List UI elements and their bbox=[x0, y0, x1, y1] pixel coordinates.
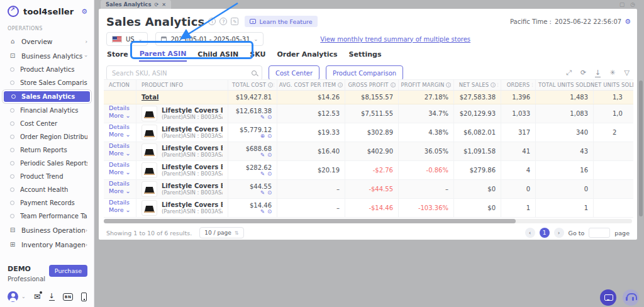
product-comparison-button[interactable]: Product Comparison bbox=[326, 65, 403, 81]
avatar[interactable] bbox=[8, 291, 18, 302]
column-header-product[interactable]: PRODUCT INFO bbox=[136, 80, 228, 90]
close-tab-icon[interactable]: ✕ bbox=[162, 2, 166, 8]
column-header-total_units[interactable]: TOTAL UNITS SOLD⋮ bbox=[536, 80, 594, 90]
column-header-net_sales[interactable]: NET SALESi⋮ bbox=[454, 80, 501, 90]
mobile-icon[interactable] bbox=[81, 293, 87, 301]
sidebar-item-periodic-sales-reports[interactable]: Periodic Sales Reports bbox=[0, 157, 94, 170]
eye-icon[interactable]: ⊙ bbox=[267, 152, 272, 158]
vertical-scrollbar-thumb[interactable] bbox=[639, 81, 643, 216]
details-link[interactable]: Details bbox=[109, 104, 130, 111]
sidebar-item-account-health[interactable]: Account Health bbox=[0, 183, 94, 196]
search-icon[interactable] bbox=[252, 70, 257, 75]
sidebar-item-order-region-distribution[interactable]: Order Region Distribution bbox=[0, 130, 94, 143]
tab-parent-asin[interactable]: Parent ASIN bbox=[139, 47, 187, 62]
more-link[interactable]: More ⌄ bbox=[109, 187, 131, 194]
more-link[interactable]: More ⌄ bbox=[109, 131, 131, 138]
column-header-total_cost[interactable]: TOTAL COSTi⋮ bbox=[228, 80, 277, 90]
page-number-button[interactable]: 1 bbox=[540, 228, 550, 238]
search-input[interactable] bbox=[112, 70, 252, 77]
next-page-button[interactable]: › bbox=[554, 228, 564, 238]
mail-icon[interactable]: ✉ bbox=[34, 293, 41, 301]
per-page-select[interactable]: 10 / page ⇅ bbox=[199, 227, 243, 238]
tab-settings[interactable]: Settings bbox=[348, 48, 382, 61]
more-link[interactable]: More ⌄ bbox=[109, 169, 131, 176]
eye-icon[interactable]: ⊙ bbox=[267, 114, 272, 120]
sidebar-item-product-trend[interactable]: Product Trend bbox=[0, 170, 94, 183]
edit-icon[interactable]: ✎ bbox=[260, 114, 265, 120]
eye-icon[interactable]: ⊙ bbox=[267, 209, 272, 215]
more-link[interactable]: More ⌄ bbox=[109, 150, 131, 157]
column-menu-icon[interactable]: ⋮ bbox=[340, 82, 344, 87]
prev-page-button[interactable]: ‹ bbox=[525, 228, 535, 238]
more-link[interactable]: More ⌄ bbox=[109, 206, 131, 213]
guide-icon[interactable]: ✎ bbox=[231, 18, 238, 25]
eye-icon[interactable]: ⊙ bbox=[267, 171, 272, 177]
column-header-profit_margin[interactable]: PROFIT MARGINi⋮ bbox=[399, 80, 454, 90]
sidebar-item-sales-analytics[interactable]: Sales Analytics bbox=[3, 90, 91, 103]
column-menu-icon[interactable]: ⋮ bbox=[448, 82, 453, 87]
column-menu-icon[interactable]: ⋮ bbox=[496, 82, 500, 87]
app-tab-sales-analytics[interactable]: Sales Analytics ⟳ ✕ bbox=[101, 0, 171, 9]
details-link[interactable]: Details bbox=[109, 142, 130, 149]
learn-feature-button[interactable]: ▸ Learn the Feature bbox=[245, 16, 317, 27]
monthly-trend-link[interactable]: View monthly trend summary of multiple s… bbox=[320, 36, 470, 43]
sidebar-item-payment-records[interactable]: Payment Records bbox=[0, 196, 94, 209]
chatbot-button[interactable] bbox=[600, 289, 616, 306]
tab-sku[interactable]: SKU bbox=[249, 48, 266, 61]
expand-icon[interactable]: ⤢ bbox=[566, 69, 572, 77]
column-menu-icon[interactable]: ⋮ bbox=[393, 82, 397, 87]
column-header-avg_cost[interactable]: AVG. COST PER ITEMi⋮ bbox=[277, 80, 345, 90]
horizontal-scrollbar-thumb[interactable] bbox=[104, 219, 516, 223]
store-select[interactable]: US ⌄ bbox=[106, 32, 148, 46]
column-settings-icon[interactable]: ✳ bbox=[609, 69, 615, 77]
details-link[interactable]: Details bbox=[109, 123, 130, 130]
tab-store[interactable]: Store bbox=[106, 48, 129, 61]
cost-center-button[interactable]: Cost Center bbox=[269, 65, 319, 81]
details-link[interactable]: Details bbox=[109, 161, 130, 168]
date-range-picker[interactable]: 2025-05-01 - 2025-05-31 ⌄ bbox=[155, 32, 264, 46]
sidebar-item-team-performance-targets[interactable]: Team Performance Targets bbox=[0, 209, 94, 223]
archive-icon[interactable]: ▢ bbox=[619, 1, 625, 8]
goto-page-input[interactable] bbox=[589, 228, 610, 238]
purchase-button[interactable]: Purchase bbox=[49, 265, 87, 277]
filter-icon[interactable]: ▽ bbox=[625, 69, 630, 77]
chevron-down-icon[interactable]: ⌄ bbox=[21, 294, 26, 299]
sidebar-item-inventory-management[interactable]: ⊞Inventory Management› bbox=[0, 237, 94, 252]
edit-icon[interactable]: ✎ bbox=[260, 171, 265, 177]
support-headset-button[interactable] bbox=[623, 289, 639, 306]
eye-icon[interactable]: ⊙ bbox=[267, 190, 272, 196]
column-menu-icon[interactable]: ⋮ bbox=[272, 82, 276, 87]
sidebar-item-store-sales-comparison[interactable]: Store Sales Comparison bbox=[0, 76, 94, 89]
time-settings-gear-icon[interactable]: ⚙ bbox=[625, 18, 631, 26]
column-header-orders[interactable]: ORDERS⋮ bbox=[501, 80, 536, 90]
refresh-icon[interactable]: ⟳ bbox=[580, 69, 586, 77]
more-link[interactable]: More ⌄ bbox=[109, 112, 131, 119]
column-header-gross_profit[interactable]: GROSS PROFITi⋮ bbox=[345, 80, 399, 90]
plus-icon[interactable]: ⊕ bbox=[260, 133, 265, 139]
sidebar-gear-icon[interactable]: ⚙ bbox=[81, 8, 87, 16]
total-link[interactable]: Total bbox=[142, 94, 158, 101]
sidebar-item-cost-center[interactable]: Cost Center bbox=[0, 117, 94, 130]
history-icon[interactable]: ◷ bbox=[630, 1, 635, 8]
download-icon[interactable]: ↓ bbox=[595, 69, 601, 77]
download-icon[interactable]: ↓ bbox=[49, 293, 55, 301]
column-menu-icon[interactable]: ⋮ bbox=[530, 82, 535, 87]
sidebar-item-return-reports[interactable]: Return Reports bbox=[0, 143, 94, 157]
tab-child-asin[interactable]: Child ASIN bbox=[197, 48, 239, 61]
refresh-tab-icon[interactable]: ⟳ bbox=[154, 2, 158, 8]
edit-icon[interactable]: ✎ bbox=[260, 152, 265, 158]
eye-icon[interactable]: ⊙ bbox=[267, 133, 272, 139]
sidebar-item-business-analytics[interactable]: ⊡Business Analytics› bbox=[0, 48, 94, 63]
details-link[interactable]: Details bbox=[109, 199, 130, 206]
sidebar-item-overview[interactable]: ⌂Overview› bbox=[0, 34, 94, 48]
sidebar-item-business-operation[interactable]: ⊟Business Operation› bbox=[0, 223, 94, 237]
details-link[interactable]: Details bbox=[109, 180, 130, 187]
tab-order-analytics[interactable]: Order Analytics bbox=[276, 48, 338, 61]
question-icon[interactable]: ? bbox=[219, 18, 227, 25]
edit-icon[interactable]: ✎ bbox=[260, 209, 265, 215]
edit-icon[interactable]: ✎ bbox=[260, 190, 265, 196]
column-header-net_units[interactable]: NET UNITS SOLDi⋮ bbox=[594, 80, 633, 90]
bn-badge-icon[interactable]: BN bbox=[63, 293, 74, 301]
sidebar-item-product-analytics[interactable]: Product Analytics bbox=[0, 63, 94, 76]
sidebar-item-financial-analytics[interactable]: Financial Analytics bbox=[0, 104, 94, 117]
